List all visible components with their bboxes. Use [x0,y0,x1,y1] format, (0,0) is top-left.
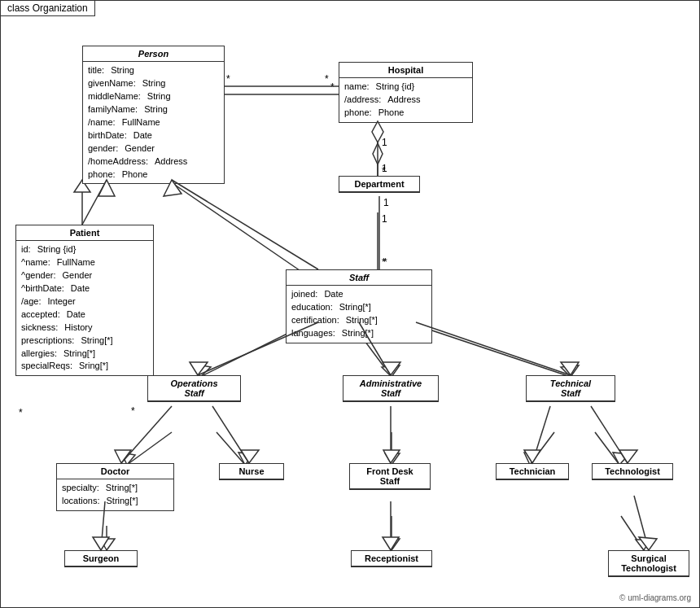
svg-line-22 [217,432,245,465]
diagram-title: class Organization [1,1,95,16]
svg-marker-33 [385,539,400,550]
department-title: Department [339,177,419,192]
svg-marker-59 [241,450,259,463]
svg-text:*: * [19,407,23,418]
svg-text:*: * [131,405,135,417]
technician-class: Technician [496,463,569,480]
svg-line-18 [408,322,571,377]
svg-line-48 [172,180,318,269]
svg-text:*: * [382,256,386,268]
svg-marker-51 [190,362,208,375]
hospital-title: Hospital [339,63,472,78]
person-class: Person title:String givenName:String mid… [82,46,225,184]
technologist-class: Technologist [592,463,673,480]
svg-marker-61 [383,450,400,463]
hospital-attrs: name:String {id} /address:Address phone:… [339,78,472,122]
person-title: Person [83,46,224,62]
administrative-staff-class: AdministrativeStaff [343,375,439,402]
nurse-title: Nurse [220,464,283,479]
patient-title: Patient [16,225,153,241]
svg-marker-40 [372,121,383,142]
svg-marker-67 [93,537,109,550]
svg-line-46 [82,180,107,225]
staff-attrs: joined:Date education:String[*] certific… [287,286,431,343]
nurse-class: Nurse [219,463,284,480]
svg-marker-65 [619,450,637,463]
svg-line-70 [634,496,649,550]
svg-text:*: * [330,81,335,93]
surgeon-title: Surgeon [65,551,137,566]
staff-title: Staff [287,270,431,286]
doctor-class: Doctor specialty:String[*] locations:Str… [56,463,174,511]
svg-line-20 [127,432,172,465]
technical-staff-class: TechnicalStaff [526,375,615,402]
staff-class: Staff joined:Date education:String[*] ce… [286,269,432,343]
doctor-title: Doctor [57,464,173,479]
svg-text:*: * [383,256,387,268]
svg-text:1: 1 [383,197,389,208]
copyright: © uml-diagrams.org [619,593,691,602]
svg-marker-69 [383,537,399,550]
surgeon-class: Surgeon [64,550,138,567]
svg-text:1: 1 [382,137,387,148]
surgical-technologist-title: SurgicalTechnologist [609,551,689,576]
front-desk-staff-title: Front DeskStaff [350,464,430,489]
svg-line-26 [530,432,554,465]
doctor-attrs: specialty:String[*] locations:String[*] [57,479,173,510]
svg-marker-57 [115,450,131,463]
svg-marker-53 [383,362,400,375]
svg-marker-63 [524,450,540,463]
department-class: Department [339,176,420,193]
svg-line-62 [532,406,550,463]
svg-text:*: * [226,73,230,85]
person-attrs: title:String givenName:String middleName… [83,62,224,183]
svg-line-54 [416,322,571,375]
svg-line-58 [212,406,249,463]
patient-class: Patient id:String {id} ^name:FullName ^g… [15,225,154,376]
surgical-technologist-class: SurgicalTechnologist [608,550,689,577]
patient-attrs: id:String {id} ^name:FullName ^gender:Ge… [16,241,153,375]
operations-staff-title: OperationsStaff [148,376,240,401]
svg-line-12 [168,180,310,278]
svg-line-64 [591,406,628,463]
svg-text:*: * [382,165,386,177]
receptionist-class: Receptionist [351,550,432,567]
svg-text:1: 1 [382,213,387,225]
receptionist-title: Receptionist [352,551,431,566]
front-desk-staff-class: Front DeskStaff [349,463,431,490]
svg-text:*: * [325,73,329,85]
svg-line-28 [595,432,619,465]
svg-marker-4 [373,143,383,164]
technologist-title: Technologist [593,464,672,479]
svg-line-56 [121,406,172,463]
technical-staff-title: TechnicalStaff [527,376,615,401]
svg-marker-35 [636,540,650,550]
diagram-container: class Organization * * 1 * 1 * [0,0,700,608]
administrative-staff-title: AdministrativeStaff [343,376,438,401]
svg-marker-71 [639,537,657,550]
svg-line-34 [621,516,644,550]
technician-title: Technician [497,464,568,479]
svg-marker-31 [100,539,115,550]
svg-marker-55 [561,362,579,375]
operations-staff-class: OperationsStaff [147,375,241,402]
svg-text:1: 1 [382,163,387,174]
hospital-class: Hospital name:String {id} /address:Addre… [339,62,473,123]
